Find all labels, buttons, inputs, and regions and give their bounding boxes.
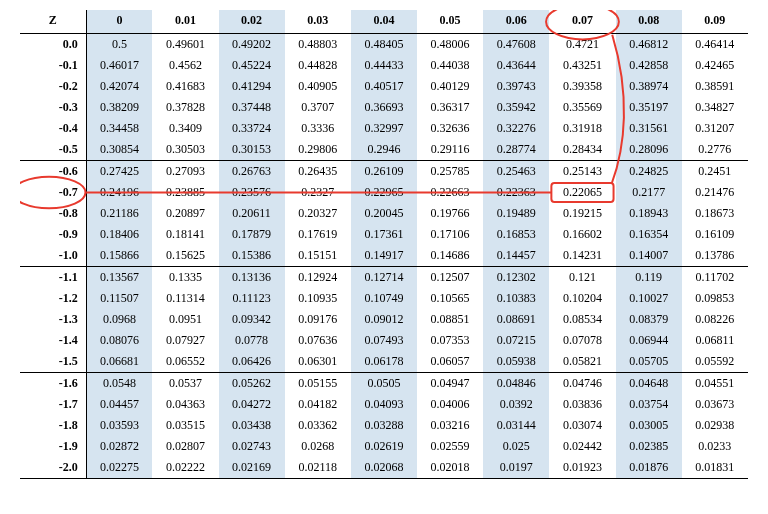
table-cell: 0.05155	[285, 373, 351, 395]
table-cell: 0.22965	[351, 182, 417, 203]
table-row: -0.40.344580.34090.337240.33360.329970.3…	[20, 118, 748, 139]
table-cell: 0.04272	[219, 394, 285, 415]
table-cell: 0.06057	[417, 351, 483, 373]
table-cell: 0.08076	[86, 330, 152, 351]
table-cell: 0.46812	[616, 34, 682, 56]
table-cell: 0.44433	[351, 55, 417, 76]
table-cell: 0.18943	[616, 203, 682, 224]
table-cell: 0.03438	[219, 415, 285, 436]
table-cell: 0.03074	[549, 415, 615, 436]
row-header: -0.3	[20, 97, 86, 118]
table-cell: 0.41294	[219, 76, 285, 97]
table-cell: 0.07636	[285, 330, 351, 351]
table-cell: 0.03754	[616, 394, 682, 415]
table-cell: 0.0505	[351, 373, 417, 395]
table-cell: 0.34827	[682, 97, 748, 118]
table-cell: 0.38591	[682, 76, 748, 97]
table-cell: 0.4721	[549, 34, 615, 56]
table-cell: 0.02619	[351, 436, 417, 457]
table-cell: 0.02068	[351, 457, 417, 479]
table-cell: 0.07353	[417, 330, 483, 351]
table-cell: 0.02938	[682, 415, 748, 436]
table-cell: 0.14231	[549, 245, 615, 267]
table-cell: 0.12302	[483, 267, 549, 289]
row-header: -1.6	[20, 373, 86, 395]
table-cell: 0.39358	[549, 76, 615, 97]
table-cell: 0.01876	[616, 457, 682, 479]
table-cell: 0.02807	[152, 436, 218, 457]
table-cell: 0.35942	[483, 97, 549, 118]
table-cell: 0.08534	[549, 309, 615, 330]
table-cell: 0.16109	[682, 224, 748, 245]
table-cell: 0.16354	[616, 224, 682, 245]
table-cell: 0.41683	[152, 76, 218, 97]
row-header: -1.8	[20, 415, 86, 436]
table-cell: 0.01923	[549, 457, 615, 479]
table-cell: 0.10749	[351, 288, 417, 309]
col-header: 0.04	[351, 10, 417, 34]
table-cell: 0.02559	[417, 436, 483, 457]
table-cell: 0.24196	[86, 182, 152, 203]
table-cell: 0.09176	[285, 309, 351, 330]
table-cell: 0.20611	[219, 203, 285, 224]
table-cell: 0.25463	[483, 161, 549, 183]
table-cell: 0.30854	[86, 139, 152, 161]
table-cell: 0.2776	[682, 139, 748, 161]
table-cell: 0.27093	[152, 161, 218, 183]
table-cell: 0.17106	[417, 224, 483, 245]
table-cell: 0.35569	[549, 97, 615, 118]
table-cell: 0.17361	[351, 224, 417, 245]
row-header: -0.9	[20, 224, 86, 245]
table-row: 0.00.50.496010.492020.488030.484050.4800…	[20, 34, 748, 56]
row-header: 0.0	[20, 34, 86, 56]
table-cell: 0.15151	[285, 245, 351, 267]
table-cell: 0.0968	[86, 309, 152, 330]
table-cell: 0.0268	[285, 436, 351, 457]
table-cell: 0.26109	[351, 161, 417, 183]
table-cell: 0.0778	[219, 330, 285, 351]
table-row: -0.20.420740.416830.412940.409050.405170…	[20, 76, 748, 97]
table-cell: 0.02169	[219, 457, 285, 479]
table-cell: 0.44828	[285, 55, 351, 76]
table-cell: 0.08691	[483, 309, 549, 330]
table-cell: 0.38209	[86, 97, 152, 118]
table-cell: 0.06178	[351, 351, 417, 373]
row-header: -1.7	[20, 394, 86, 415]
table-cell: 0.38974	[616, 76, 682, 97]
table-cell: 0.19766	[417, 203, 483, 224]
table-cell: 0.21476	[682, 182, 748, 203]
table-cell: 0.37828	[152, 97, 218, 118]
table-cell: 0.13136	[219, 267, 285, 289]
table-row: -1.90.028720.028070.027430.02680.026190.…	[20, 436, 748, 457]
table-cell: 0.02118	[285, 457, 351, 479]
table-header-row: Z00.010.020.030.040.050.060.070.080.09	[20, 10, 748, 34]
table-cell: 0.12924	[285, 267, 351, 289]
table-cell: 0.10565	[417, 288, 483, 309]
table-cell: 0.48405	[351, 34, 417, 56]
table-row: -1.10.135670.13350.131360.129240.127140.…	[20, 267, 748, 289]
table-cell: 0.46414	[682, 34, 748, 56]
table-cell: 0.04947	[417, 373, 483, 395]
row-header: -0.1	[20, 55, 86, 76]
table-cell: 0.19489	[483, 203, 549, 224]
table-cell: 0.20045	[351, 203, 417, 224]
table-cell: 0.07078	[549, 330, 615, 351]
col-header: 0.05	[417, 10, 483, 34]
table-cell: 0.03362	[285, 415, 351, 436]
table-cell: 0.29116	[417, 139, 483, 161]
table-cell: 0.09012	[351, 309, 417, 330]
table-cell: 0.14686	[417, 245, 483, 267]
row-header: -2.0	[20, 457, 86, 479]
table-cell: 0.03216	[417, 415, 483, 436]
table-cell: 0.31918	[549, 118, 615, 139]
table-cell: 0.45224	[219, 55, 285, 76]
table-cell: 0.28434	[549, 139, 615, 161]
table-cell: 0.02018	[417, 457, 483, 479]
table-cell: 0.02872	[86, 436, 152, 457]
table-body: 0.00.50.496010.492020.488030.484050.4800…	[20, 34, 748, 479]
table-cell: 0.0951	[152, 309, 218, 330]
table-cell: 0.18673	[682, 203, 748, 224]
table-cell: 0.22065	[549, 182, 615, 203]
table-cell: 0.10204	[549, 288, 615, 309]
table-cell: 0.11702	[682, 267, 748, 289]
